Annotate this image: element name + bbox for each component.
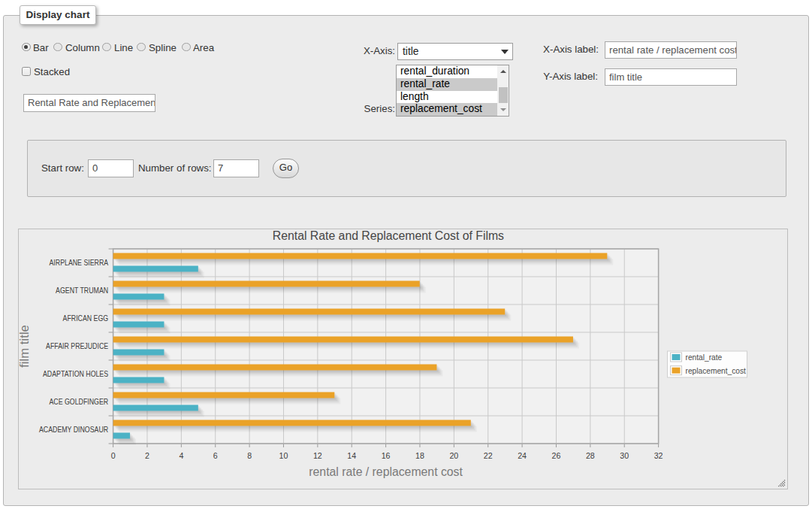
- svg-text:replacement_cost: replacement_cost: [686, 367, 747, 375]
- svg-text:28: 28: [586, 451, 595, 460]
- svg-text:30: 30: [620, 451, 629, 460]
- svg-text:2: 2: [145, 451, 149, 460]
- svg-text:rental_rate: rental_rate: [686, 353, 723, 362]
- svg-text:AIRPLANE SIERRA: AIRPLANE SIERRA: [50, 259, 109, 267]
- svg-text:rental rate / replacement cost: rental rate / replacement cost: [309, 465, 463, 478]
- svg-text:0: 0: [111, 451, 116, 460]
- svg-text:22: 22: [484, 451, 493, 460]
- svg-text:AGENT TRUMAN: AGENT TRUMAN: [56, 286, 108, 295]
- svg-text:14: 14: [347, 451, 356, 460]
- svg-text:26: 26: [552, 451, 561, 460]
- svg-text:AFRICAN EGG: AFRICAN EGG: [63, 314, 109, 323]
- svg-text:18: 18: [415, 451, 424, 460]
- svg-text:24: 24: [518, 451, 527, 460]
- svg-text:12: 12: [313, 451, 322, 460]
- svg-text:16: 16: [382, 451, 391, 460]
- svg-text:20: 20: [449, 451, 458, 460]
- svg-text:6: 6: [213, 451, 218, 460]
- svg-text:ACE GOLDFINGER: ACE GOLDFINGER: [50, 398, 109, 406]
- svg-text:10: 10: [279, 451, 288, 460]
- svg-text:8: 8: [247, 451, 252, 460]
- svg-text:Rental Rate and Replacement Co: Rental Rate and Replacement Cost of Film…: [273, 229, 504, 242]
- svg-text:ACADEMY DINOSAUR: ACADEMY DINOSAUR: [39, 426, 109, 434]
- svg-text:film title: film title: [19, 325, 32, 368]
- svg-text:AFFAIR PREJUDICE: AFFAIR PREJUDICE: [46, 342, 108, 350]
- svg-text:4: 4: [179, 451, 183, 460]
- svg-text:ADAPTATION HOLES: ADAPTATION HOLES: [43, 370, 108, 378]
- svg-text:32: 32: [654, 451, 663, 460]
